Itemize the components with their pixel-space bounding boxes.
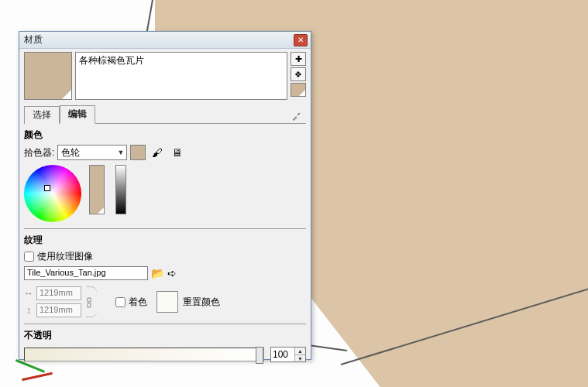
opacity-slider[interactable] — [24, 348, 264, 361]
external-edit-icon: ➪ — [167, 267, 177, 279]
colorize-label: 着色 — [129, 296, 147, 309]
width-arrow-icon: ↔ — [24, 288, 33, 299]
folder-open-icon: 📂 — [151, 267, 164, 279]
picker-select[interactable]: 色轮 ▼ — [57, 145, 127, 160]
material-name-input[interactable]: 各种棕褐色瓦片 — [75, 52, 287, 100]
color-wheel[interactable] — [24, 165, 81, 222]
tab-edit[interactable]: 编辑 — [60, 105, 95, 124]
paint-set-icon: ❖ — [294, 70, 302, 80]
use-texture-label: 使用纹理图像 — [37, 250, 93, 263]
colorize-checkbox[interactable] — [115, 297, 126, 307]
current-color-swatch[interactable] — [130, 145, 146, 160]
texture-width-input[interactable]: 1219mm — [36, 286, 81, 300]
texture-filename-input[interactable]: Tile_Various_Tan.jpg — [24, 266, 148, 280]
titlebar[interactable]: 材质 ✕ — [19, 32, 311, 49]
opacity-step-up[interactable]: ▲ — [294, 348, 305, 354]
close-button[interactable]: ✕ — [294, 34, 308, 46]
close-icon: ✕ — [297, 36, 304, 44]
window-title: 材质 — [24, 33, 294, 46]
create-material-button[interactable]: ✚ — [291, 52, 306, 66]
add-icon: ✚ — [295, 54, 302, 64]
height-arrow-icon: ↕ — [24, 305, 33, 316]
second-preview-swatch[interactable] — [291, 83, 306, 97]
set-default-button[interactable]: ❖ — [291, 67, 306, 81]
reset-color-button[interactable]: 重置颜色 — [183, 296, 220, 309]
selected-color-swatch[interactable] — [89, 165, 105, 214]
match-screen-color-button[interactable]: 🖥 — [169, 145, 186, 160]
color-wheel-marker[interactable] — [44, 185, 50, 191]
use-texture-checkbox[interactable] — [24, 252, 34, 262]
edit-texture-button[interactable]: ➪ — [167, 267, 177, 279]
opacity-input[interactable] — [271, 349, 294, 360]
opacity-spinner[interactable]: ▲ ▼ — [270, 347, 306, 362]
browse-texture-button[interactable]: 📂 — [151, 267, 164, 279]
section-color-label: 颜色 — [24, 128, 306, 142]
materials-dialog: 材质 ✕ 各种棕褐色瓦片 ✚ ❖ 选择 编辑 — [19, 31, 311, 360]
opacity-step-down[interactable]: ▼ — [294, 354, 305, 361]
colorize-swatch[interactable] — [156, 291, 178, 313]
texture-height-input[interactable]: 1219mm — [36, 303, 81, 317]
section-texture-label: 纹理 — [24, 234, 306, 247]
chevron-down-icon: ▼ — [117, 149, 124, 156]
paintbrush-icon: 🖌 — [152, 146, 163, 159]
material-preview[interactable] — [24, 52, 72, 100]
opacity-slider-thumb[interactable] — [256, 347, 263, 364]
eyedropper-button[interactable] — [289, 109, 303, 123]
section-opacity-label: 不透明 — [24, 329, 306, 342]
eyedropper-icon — [291, 111, 301, 122]
match-object-color-button[interactable]: 🖌 — [149, 145, 166, 160]
monitor-icon: 🖥 — [172, 146, 183, 159]
tab-select[interactable]: 选择 — [24, 106, 60, 124]
tab-strip: 选择 编辑 — [24, 104, 306, 124]
aspect-lock-toggle[interactable] — [86, 286, 97, 317]
picker-label: 拾色器: — [24, 146, 54, 159]
chain-link-icon — [84, 296, 94, 309]
brightness-slider[interactable] — [115, 165, 126, 214]
